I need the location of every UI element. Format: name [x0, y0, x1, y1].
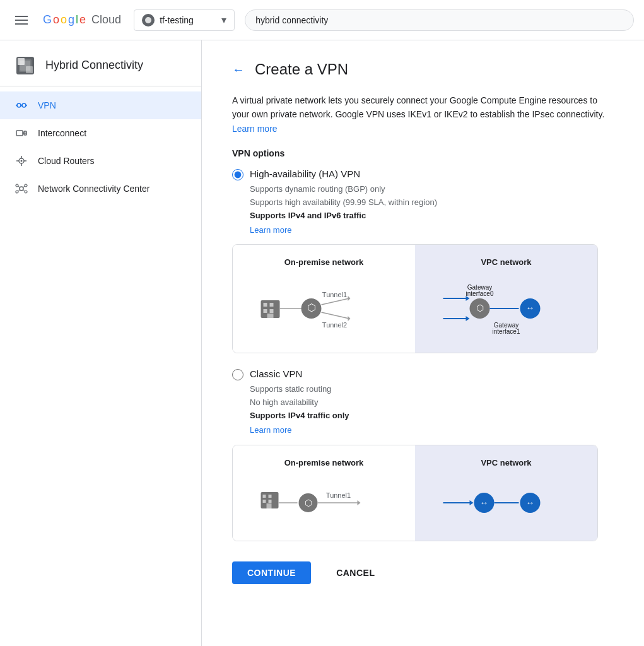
ha-diagram-left: On-premise network — [233, 245, 415, 353]
classic-vpn-header: Classic VPN — [232, 368, 614, 380]
back-button[interactable]: ← — [232, 62, 245, 77]
svg-text:interface1: interface1 — [493, 328, 520, 335]
ha-diagram-visual: ⬡ Tunnel1 Tunnel2 — [243, 277, 405, 340]
project-name: tf-testing — [160, 15, 216, 25]
network-connectivity-icon — [15, 182, 28, 195]
svg-point-19 — [21, 160, 23, 162]
sidebar-item-network-connectivity-center[interactable]: Network Connectivity Center — [0, 175, 201, 203]
continue-button[interactable]: CONTINUE — [232, 561, 311, 584]
sidebar-item-interconnect-label: Interconnect — [38, 128, 86, 138]
ha-vpc-diagram-svg: ⬡ ↔ Gateway interface0 Gateway — [425, 277, 587, 340]
svg-point-6 — [17, 103, 21, 107]
cancel-button[interactable]: CANCEL — [321, 561, 390, 584]
svg-marker-40 — [348, 296, 351, 301]
vpn-options-label: VPN options — [232, 148, 614, 158]
learn-more-link-1[interactable]: Learn more — [232, 124, 278, 134]
svg-marker-43 — [348, 316, 351, 321]
classic-diagram-visual: ⬡ Tunnel1 — [243, 478, 405, 528]
classic-vpc-svg: ↔ ↔ — [425, 478, 587, 528]
sidebar-item-cloud-routers[interactable]: Cloud Routers — [0, 147, 201, 175]
sidebar-item-interconnect[interactable]: Interconnect — [0, 119, 201, 147]
svg-marker-70 — [470, 500, 474, 505]
svg-rect-59 — [269, 495, 272, 498]
svg-rect-62 — [267, 503, 272, 508]
svg-rect-4 — [18, 58, 25, 65]
main-layout: Hybrid Connectivity VPN — [0, 40, 644, 646]
svg-rect-32 — [264, 309, 267, 313]
classic-left-title: On-premise network — [284, 458, 364, 467]
ha-learn-more[interactable]: Learn more — [250, 224, 614, 237]
ha-left-title: On-premise network — [284, 257, 364, 267]
svg-rect-11 — [16, 131, 23, 136]
ha-vpn-title: High-availability (HA) VPN — [250, 168, 360, 179]
main-content: ← Create a VPN A virtual private network… — [202, 40, 644, 646]
page-title: Create a VPN — [255, 61, 348, 78]
svg-text:↔: ↔ — [526, 498, 535, 508]
project-selector[interactable]: tf-testing ▾ — [134, 9, 235, 31]
ha-vpn-diagram-svg: ⬡ Tunnel1 Tunnel2 — [243, 277, 405, 340]
topbar: Google Cloud tf-testing ▾ — [0, 0, 644, 40]
button-row: CONTINUE CANCEL — [232, 561, 614, 604]
description-text: A virtual private network lets you secur… — [232, 93, 614, 136]
classic-vpn-title: Classic VPN — [250, 368, 302, 379]
svg-point-0 — [145, 17, 151, 23]
classic-left-svg: ⬡ Tunnel1 — [243, 478, 405, 528]
svg-text:⬡: ⬡ — [307, 302, 316, 313]
svg-rect-33 — [270, 309, 274, 313]
sidebar-title: Hybrid Connectivity — [45, 58, 143, 73]
svg-point-24 — [25, 191, 27, 193]
svg-text:↔: ↔ — [526, 303, 535, 313]
classic-diagram-right: VPC network ↔ ↔ — [415, 445, 597, 541]
classic-vpn-radio[interactable] — [232, 369, 243, 380]
ha-vpn-radio[interactable] — [232, 169, 243, 180]
classic-line3: Supports IPv4 traffic only — [250, 409, 614, 423]
svg-rect-34 — [267, 314, 274, 318]
classic-vpn-option: Classic VPN Supports static routing No h… — [232, 368, 614, 541]
classic-line1: Supports static routing — [250, 383, 614, 396]
menu-icon[interactable] — [10, 11, 33, 30]
google-cloud-logo: Google Cloud — [43, 13, 121, 26]
sidebar-item-vpn-label: VPN — [38, 100, 56, 110]
hybrid-connectivity-icon — [15, 56, 35, 76]
svg-rect-60 — [263, 500, 266, 503]
ha-right-title: VPC network — [481, 257, 531, 267]
ha-diagram-right: VPC network — [415, 245, 597, 353]
svg-rect-31 — [270, 303, 274, 307]
svg-text:interface0: interface0 — [466, 290, 494, 297]
svg-text:Tunnel1: Tunnel1 — [326, 491, 351, 499]
sidebar-item-vpn[interactable]: VPN — [0, 91, 201, 119]
ha-line3: Supports IPv4 and IPv6 traffic — [250, 209, 614, 223]
svg-rect-5 — [26, 66, 33, 73]
svg-point-22 — [25, 184, 27, 187]
svg-rect-30 — [264, 303, 267, 307]
svg-text:⬡: ⬡ — [476, 303, 484, 313]
interconnect-icon — [15, 127, 28, 139]
classic-line2: No high availability — [250, 396, 614, 409]
cloud-routers-icon — [15, 155, 28, 167]
svg-text:↔: ↔ — [480, 498, 489, 508]
svg-rect-58 — [263, 495, 266, 498]
ha-vpn-details: Supports dynamic routing (BGP) only Supp… — [250, 183, 614, 237]
chevron-down-icon: ▾ — [221, 14, 226, 26]
project-icon — [142, 14, 155, 26]
ha-vpn-diagram: On-premise network — [232, 244, 598, 353]
svg-marker-47 — [466, 316, 470, 321]
classic-vpn-diagram: On-premise network — [232, 445, 598, 541]
classic-right-title: VPC network — [481, 458, 531, 467]
ha-line2: Supports high availability (99.99 SLA, w… — [250, 196, 614, 209]
svg-point-23 — [16, 191, 18, 193]
search-input[interactable] — [245, 9, 634, 31]
classic-vpn-details: Supports static routing No high availabi… — [250, 383, 614, 437]
svg-text:Tunnel1: Tunnel1 — [322, 291, 347, 298]
sidebar: Hybrid Connectivity VPN — [0, 40, 202, 646]
svg-line-38 — [322, 298, 349, 305]
ha-vpn-option: High-availability (HA) VPN Supports dyna… — [232, 168, 614, 353]
classic-learn-more[interactable]: Learn more — [250, 424, 614, 437]
sidebar-item-cloud-routers-label: Cloud Routers — [38, 156, 95, 166]
svg-text:⬡: ⬡ — [305, 498, 312, 508]
svg-marker-68 — [358, 500, 361, 505]
svg-point-21 — [16, 184, 18, 187]
page-header: ← Create a VPN — [232, 61, 614, 78]
ha-line1: Supports dynamic routing (BGP) only — [250, 183, 614, 196]
svg-rect-61 — [269, 500, 272, 503]
